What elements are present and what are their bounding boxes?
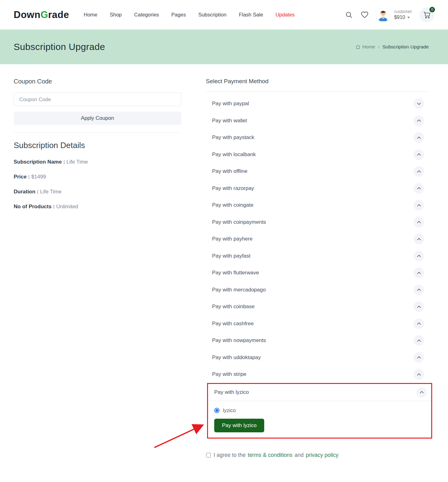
payment-method-paypal[interactable]: Pay with paypal xyxy=(206,95,428,112)
subscription-details-heading: Subscription Details xyxy=(14,141,181,150)
detail-value: Life Time xyxy=(40,189,61,195)
detail-label: Duration : xyxy=(14,189,38,195)
payment-method-label: Pay with localbank xyxy=(212,151,256,158)
payment-method-label: Pay with payfast xyxy=(212,253,251,259)
terms-conditions-link[interactable]: terms & conditions xyxy=(248,452,292,458)
payment-method-label: Pay with coingate xyxy=(212,202,253,208)
detail-row: Subscription Name : Life Time xyxy=(14,159,181,165)
nav-item-categories[interactable]: Categories xyxy=(134,12,159,18)
payment-method-cashfree[interactable]: Pay with cashfree xyxy=(206,315,428,332)
search-icon[interactable] xyxy=(345,11,353,19)
detail-label: No of Products : xyxy=(14,204,55,209)
logo-part1: Down xyxy=(14,9,40,20)
breadcrumb: Home › Subscription Upgrade xyxy=(355,44,429,50)
payment-method-label: Pay with flutterwave xyxy=(212,270,259,276)
user-avatar xyxy=(376,8,390,22)
detail-row: Price : $1499 xyxy=(14,174,181,180)
chevron-up-icon xyxy=(414,285,424,295)
logo-accent: G xyxy=(40,9,48,20)
chevron-up-icon xyxy=(414,149,424,160)
detail-value: Unlimited xyxy=(56,204,78,209)
left-column: Coupon Code Apply Coupon Subscription De… xyxy=(14,78,181,210)
breadcrumb-current: Subscription Upgrade xyxy=(382,44,429,50)
chevron-up-icon xyxy=(414,352,424,363)
divider xyxy=(14,133,181,133)
payment-method-uddoktapay[interactable]: Pay with uddoktapay xyxy=(206,349,428,366)
payment-method-nowpayments[interactable]: Pay with nowpayments xyxy=(206,332,428,349)
nav-item-shop[interactable]: Shop xyxy=(110,12,122,18)
pay-with-lyzico-button[interactable]: Pay with lyzico xyxy=(214,419,264,432)
payment-method-razorpay[interactable]: Pay with razorpay xyxy=(206,180,428,197)
chevron-up-icon xyxy=(414,268,424,278)
chevron-up-icon xyxy=(414,217,424,227)
coupon-code-input[interactable] xyxy=(14,92,181,106)
chevron-up-icon xyxy=(414,132,424,143)
payment-method-paystack[interactable]: Pay with paystack xyxy=(206,129,428,146)
payment-method-label: Pay with uddoktapay xyxy=(212,354,261,361)
payment-method-flutterwave[interactable]: Pay with flutterwave xyxy=(206,264,428,282)
payment-method-mercadopago[interactable]: Pay with mercadopago xyxy=(206,282,428,299)
cart-button[interactable]: 0 xyxy=(419,7,434,22)
payment-method-coingate[interactable]: Pay with coingate xyxy=(206,197,428,214)
payment-method-payfast[interactable]: Pay with payfast xyxy=(206,248,428,265)
chevron-up-icon xyxy=(414,183,424,194)
chevron-up-icon xyxy=(414,200,424,210)
lyzico-radio-label: lyzico xyxy=(223,408,236,413)
subscription-details-list: Subscription Name : Life TimePrice : $14… xyxy=(14,159,181,210)
nav-item-flash-sale[interactable]: Flash Sale xyxy=(239,12,263,18)
nav-item-pages[interactable]: Pages xyxy=(171,12,186,18)
payment-method-label: Pay with offline xyxy=(212,168,247,174)
chevron-up-icon xyxy=(414,115,424,126)
payment-method-label: Pay with nowpayments xyxy=(212,337,266,344)
annotation-box: Pay with lyzico lyzico Pay with lyzico xyxy=(207,383,432,439)
chevron-up-icon xyxy=(414,369,424,380)
payment-method-label: Pay with paypal xyxy=(212,101,249,107)
payment-method-label: Pay with wallet xyxy=(212,118,247,124)
chevron-up-icon xyxy=(414,166,424,177)
detail-value: Life Time xyxy=(66,159,88,165)
payment-method-label: Pay with razorpay xyxy=(212,185,254,191)
nav-item-subscription[interactable]: Subscription xyxy=(198,12,227,18)
payment-method-label: Pay with mercadopago xyxy=(212,287,266,293)
wishlist-heart-icon[interactable] xyxy=(360,11,369,19)
payment-method-list: Pay with paypalPay with walletPay with p… xyxy=(206,95,428,383)
apply-coupon-button[interactable]: Apply Coupon xyxy=(14,112,181,125)
payment-method-label: Pay with cashfree xyxy=(212,321,254,327)
chevron-up-icon xyxy=(414,301,424,312)
payment-method-payhere[interactable]: Pay with payhere xyxy=(206,231,428,248)
main-nav: HomeShopCategoriesPagesSubscriptionFlash… xyxy=(84,12,294,18)
user-balance: $910 xyxy=(394,14,405,20)
payment-method-lyzico[interactable]: Pay with lyzico xyxy=(208,384,431,401)
payment-method-label: Pay with coinpayments xyxy=(212,219,266,225)
page-banner: Subscription Upgrade Home › Subscription… xyxy=(0,29,448,64)
site-logo[interactable]: DownGrade xyxy=(14,9,69,20)
chevron-up-icon xyxy=(414,234,424,244)
payment-method-label: Pay with coinbase xyxy=(212,304,255,310)
payment-method-wallet[interactable]: Pay with wallet xyxy=(206,112,428,129)
nav-item-updates[interactable]: Updates xyxy=(275,12,294,18)
home-icon xyxy=(355,44,360,49)
payment-method-label: Pay with lyzico xyxy=(214,389,249,395)
chevron-up-icon xyxy=(414,251,424,261)
page-title: Subscription Upgrade xyxy=(14,42,105,52)
user-name: customer xyxy=(394,9,412,15)
payment-method-offline[interactable]: Pay with offline xyxy=(206,163,428,180)
account-menu[interactable]: customer $910 xyxy=(376,8,412,22)
payment-method-stripe[interactable]: Pay with stripe xyxy=(206,366,428,383)
chevron-up-icon xyxy=(414,318,424,329)
main-content: Coupon Code Apply Coupon Subscription De… xyxy=(0,64,448,458)
payment-method-coinbase[interactable]: Pay with coinbase xyxy=(206,298,428,315)
privacy-policy-link[interactable]: privacy policy xyxy=(306,452,338,458)
payment-method-coinpayments[interactable]: Pay with coinpayments xyxy=(206,214,428,231)
payment-method-localbank[interactable]: Pay with localbank xyxy=(206,146,428,163)
chevron-down-icon xyxy=(414,98,424,109)
radio-selected-icon xyxy=(214,408,219,413)
nav-item-home[interactable]: Home xyxy=(84,12,97,18)
logo-part2: rade xyxy=(48,9,69,20)
lyzico-radio-option[interactable]: lyzico xyxy=(208,401,431,413)
breadcrumb-home-label: Home xyxy=(362,44,375,50)
agree-checkbox[interactable] xyxy=(206,453,211,457)
detail-row: Duration : Life Time xyxy=(14,189,181,195)
breadcrumb-home-link[interactable]: Home xyxy=(355,44,375,50)
agreement-and: and xyxy=(295,452,304,458)
